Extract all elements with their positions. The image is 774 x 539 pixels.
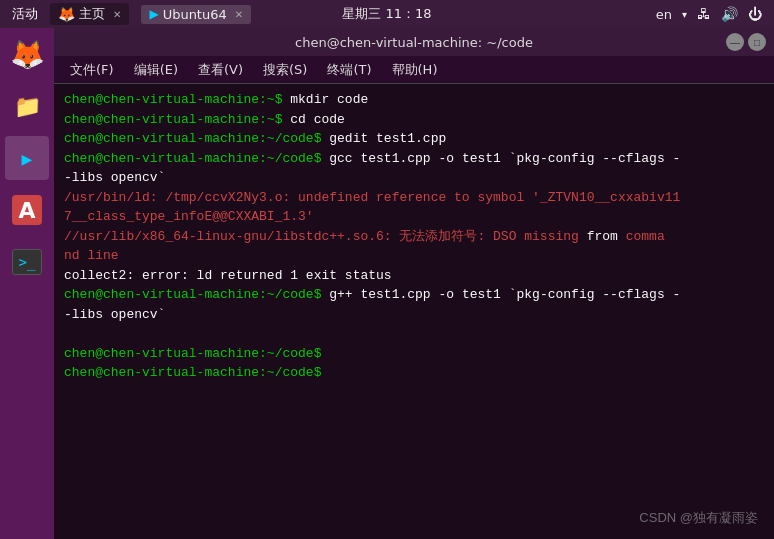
network-icon[interactable]: 🖧 [697,6,711,22]
menu-bar: 文件(F) 编辑(E) 查看(V) 搜索(S) 终端(T) 帮助(H) [54,56,774,84]
volume-icon[interactable]: 🔊 [721,6,738,22]
os-top-bar: 活动 🦊 主页 ✕ ▶ Ubuntu64 ✕ 星期三 11：18 en ▾ 🖧 … [0,0,774,28]
menu-file[interactable]: 文件(F) [62,59,122,81]
terminal-line-11: chen@chen-virtual-machine:~/code$ g++ te… [64,285,764,305]
taskbar-tab-home-label: 主页 [79,5,105,23]
window-title: chen@chen-virtual-machine: ~/code [295,35,533,50]
window-title-bar: chen@chen-virtual-machine: ~/code — □ [54,28,774,56]
terminal-line-10: collect2: error: ld returned 1 exit stat… [64,266,764,286]
os-bar-right: en ▾ 🖧 🔊 ⏻ [512,6,762,22]
terminal-line-8: //usr/lib/x86_64-linux-gnu/libstdc++.so.… [64,227,764,247]
taskbar-tab-home-close[interactable]: ✕ [113,9,121,20]
activity-files[interactable]: 📁 [5,84,49,128]
terminal-line-1: chen@chen-virtual-machine:~$ mkdir code [64,90,764,110]
window-controls: — □ [726,33,766,51]
activity-store[interactable]: A [5,188,49,232]
activity-firefox[interactable]: 🦊 [5,32,49,76]
terminal-taskbar-icon: ▶ [149,7,158,21]
terminal-line-blank [64,324,764,344]
watermark: CSDN @独有凝雨姿 [639,508,758,528]
os-datetime: 星期三 11：18 [262,5,512,23]
terminal-line-3: chen@chen-virtual-machine:~/code$ gedit … [64,129,764,149]
terminal-line-13: chen@chen-virtual-machine:~/code$ [64,344,764,364]
terminal-line-12: -libs opencv` [64,305,764,325]
lang-indicator[interactable]: en [656,7,672,22]
terminal-line-4: chen@chen-virtual-machine:~/code$ gcc te… [64,149,764,169]
menu-search[interactable]: 搜索(S) [255,59,315,81]
taskbar-tab-ubuntu64-close[interactable]: ✕ [235,9,243,20]
maximize-button[interactable]: □ [748,33,766,51]
activity-bar: 🦊 📁 ▶ A >_ [0,28,54,539]
terminal-line-14: chen@chen-virtual-machine:~/code$ [64,363,764,383]
terminal-content[interactable]: chen@chen-virtual-machine:~$ mkdir code … [54,84,774,539]
activity-terminal2[interactable]: >_ [5,240,49,284]
os-bar-left: 活动 🦊 主页 ✕ ▶ Ubuntu64 ✕ [12,3,262,25]
menu-edit[interactable]: 编辑(E) [126,59,186,81]
terminal-line-6: /usr/bin/ld: /tmp/ccvX2Ny3.o: undefined … [64,188,764,208]
power-icon[interactable]: ⏻ [748,6,762,22]
terminal-line-9: nd line [64,246,764,266]
taskbar-tab-home[interactable]: 🦊 主页 ✕ [50,3,129,25]
firefox-icon: 🦊 [58,6,75,22]
menu-view[interactable]: 查看(V) [190,59,251,81]
menu-terminal[interactable]: 终端(T) [319,59,379,81]
minimize-button[interactable]: — [726,33,744,51]
terminal-line-7: 7__class_type_infoE@@CXXABI_1.3' [64,207,764,227]
activity-terminal[interactable]: ▶ [5,136,49,180]
taskbar-tab-ubuntu64-label: Ubuntu64 [163,7,227,22]
activities-button[interactable]: 活动 [12,5,38,23]
terminal-line-2: chen@chen-virtual-machine:~$ cd code [64,110,764,130]
taskbar-tab-ubuntu64[interactable]: ▶ Ubuntu64 ✕ [141,5,251,24]
lang-dropdown-icon[interactable]: ▾ [682,9,687,20]
menu-help[interactable]: 帮助(H) [384,59,446,81]
terminal-line-5: -libs opencv` [64,168,764,188]
